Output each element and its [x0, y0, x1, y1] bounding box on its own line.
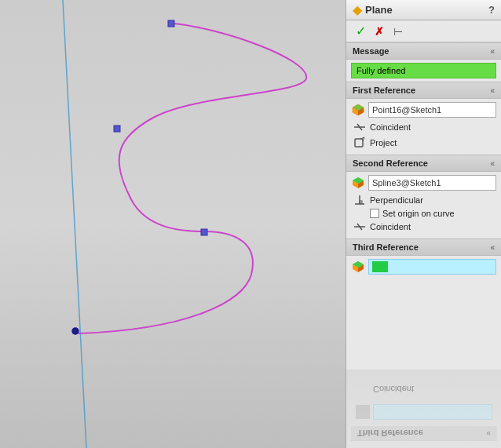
panel-header: ◆ Plane ?	[346, 0, 501, 20]
second-reference-content: Spline3@Sketch1 Perpendicular Set origin…	[346, 172, 501, 239]
coincident-icon-1	[353, 120, 367, 134]
toolbar: ✓ ✗ ⊢	[346, 20, 501, 42]
second-reference-input[interactable]: Spline3@Sketch1	[368, 175, 496, 191]
project-label: Project	[370, 138, 397, 148]
control-point[interactable]	[72, 328, 79, 334]
control-point[interactable]	[201, 229, 207, 235]
coincident-label-1: Coincident	[370, 122, 411, 132]
canvas-area	[0, 0, 346, 448]
reflection-area: Third Reference « Coincident	[346, 370, 501, 448]
pin-button[interactable]: ⊢	[390, 24, 406, 39]
help-icon[interactable]: ?	[488, 4, 495, 16]
third-reference-header: Third Reference «	[346, 239, 501, 256]
cube-icon-3	[351, 260, 365, 274]
svg-rect-19	[360, 201, 362, 203]
svg-rect-1	[0, 337, 346, 448]
cancel-button[interactable]: ✗	[371, 24, 387, 39]
message-content: Fully defined	[346, 60, 501, 82]
perpendicular-option[interactable]: Perpendicular	[351, 193, 496, 207]
project-icon	[353, 136, 367, 150]
coincident-icon-2	[353, 220, 367, 234]
third-reference-input[interactable]	[368, 259, 496, 275]
set-origin-row[interactable]: Set origin on curve	[351, 209, 496, 218]
coincident-label-2: Coincident	[370, 222, 411, 231]
svg-rect-10	[355, 139, 363, 147]
control-point[interactable]	[114, 126, 120, 132]
control-point[interactable]	[168, 20, 174, 27]
coincident-option-2[interactable]: Coincident	[351, 220, 496, 234]
perpendicular-icon	[353, 193, 367, 207]
set-origin-label: Set origin on curve	[382, 209, 455, 218]
third-reference-chevron: «	[490, 243, 495, 252]
third-reference-content	[346, 256, 501, 280]
third-reference-label: Third Reference	[353, 242, 419, 252]
set-origin-checkbox[interactable]	[370, 209, 379, 218]
third-ref-row	[351, 259, 496, 275]
second-reference-chevron: «	[490, 159, 495, 168]
perpendicular-label: Perpendicular	[370, 195, 423, 205]
x-icon: ✗	[375, 25, 384, 38]
first-reference-label: First Reference	[353, 86, 415, 95]
right-panel: ◆ Plane ? ✓ ✗ ⊢ Message « Fully defined …	[346, 0, 501, 448]
first-reference-content: Point16@Sketch1 Coincident Project	[346, 99, 501, 155]
second-ref-row: Spline3@Sketch1	[351, 175, 496, 191]
status-badge: Fully defined	[351, 63, 496, 78]
coincident-option-1[interactable]: Coincident	[351, 120, 496, 134]
first-ref-row: Point16@Sketch1	[351, 102, 496, 118]
ok-button[interactable]: ✓	[353, 24, 368, 39]
cube-icon-1	[351, 103, 365, 117]
first-reference-header: First Reference «	[346, 82, 501, 99]
project-option[interactable]: Project	[351, 136, 496, 150]
first-reference-chevron: «	[490, 86, 495, 95]
plane-icon: ◆	[353, 2, 362, 17]
pin-icon: ⊢	[393, 25, 403, 38]
first-reference-input[interactable]: Point16@Sketch1	[368, 102, 496, 118]
check-icon: ✓	[356, 24, 366, 38]
second-reference-header: Second Reference «	[346, 155, 501, 172]
cube-icon-2	[351, 176, 365, 190]
second-reference-label: Second Reference	[353, 158, 428, 168]
panel-title: Plane	[365, 4, 393, 16]
message-chevron: «	[490, 47, 495, 56]
message-label: Message	[353, 46, 389, 56]
message-section-header: Message «	[346, 42, 501, 60]
